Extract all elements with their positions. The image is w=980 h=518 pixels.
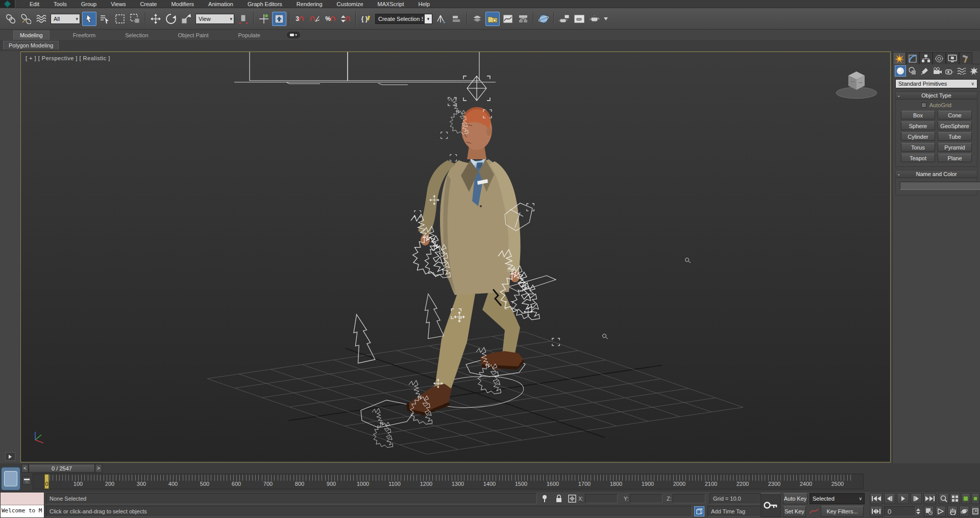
- window-crossing-button[interactable]: [128, 12, 142, 26]
- curve-editor-button[interactable]: [501, 12, 515, 26]
- menu-graph-editors[interactable]: Graph Editors: [240, 1, 289, 8]
- menu-help[interactable]: Help: [411, 1, 437, 8]
- menu-rendering[interactable]: Rendering: [289, 1, 330, 8]
- polygon-modeling-panel-tab[interactable]: Polygon Modeling: [3, 41, 59, 50]
- track-bar-filter-icon[interactable]: ↑↓: [22, 477, 31, 485]
- snaps-toggle-3d-button[interactable]: 3: [292, 12, 307, 26]
- named-selection-set-combo[interactable]: Create Selection Se▾: [375, 14, 432, 24]
- time-configuration-button[interactable]: [924, 506, 934, 517]
- ribbon-tab-populate[interactable]: Populate: [232, 31, 266, 39]
- auto-key-button[interactable]: Auto Key: [783, 493, 807, 504]
- object-type-button-geosphere[interactable]: GeoSphere: [938, 121, 972, 130]
- menu-views[interactable]: Views: [104, 1, 133, 8]
- object-type-button-sphere[interactable]: Sphere: [901, 121, 935, 130]
- menu-create[interactable]: Create: [133, 1, 164, 8]
- play-animation-button[interactable]: [897, 493, 909, 504]
- maxscript-mini-listener[interactable]: Welcome to M: [0, 492, 44, 518]
- render-flyout-arrow[interactable]: [603, 12, 609, 26]
- select-and-scale-button[interactable]: [179, 12, 193, 26]
- go-to-start-button[interactable]: [870, 493, 883, 504]
- menu-group[interactable]: Group: [74, 1, 104, 8]
- tab-create[interactable]: [893, 52, 906, 64]
- maximize-viewport-button[interactable]: [971, 506, 979, 517]
- previous-frame-slider-button[interactable]: <: [21, 464, 29, 473]
- menu-maxscript[interactable]: MAXScript: [371, 1, 411, 8]
- ribbon-minimize-button[interactable]: ▾: [287, 32, 300, 38]
- listener-macro-area[interactable]: [1, 492, 44, 505]
- category-lights[interactable]: [919, 65, 930, 77]
- ribbon-tab-modeling[interactable]: Modeling: [13, 31, 50, 40]
- perspective-viewport[interactable]: [ + ] [ Perspective ] [ Realistic ]: [20, 52, 891, 462]
- ribbon-tab-selection[interactable]: Selection: [119, 31, 154, 39]
- select-and-rotate-button[interactable]: [164, 12, 178, 26]
- ribbon-tab-object-paint[interactable]: Object Paint: [172, 31, 215, 39]
- object-type-rollout-header[interactable]: - Object Type: [896, 92, 977, 100]
- tab-utilities[interactable]: [959, 52, 972, 64]
- manage-layers-button[interactable]: [470, 12, 484, 26]
- key-mode-toggle-button[interactable]: [870, 506, 883, 517]
- next-frame-slider-button[interactable]: >: [95, 464, 102, 473]
- object-type-button-plane[interactable]: Plane: [938, 154, 972, 162]
- spinner-snap-toggle-button[interactable]: [338, 12, 353, 26]
- absolute-mode-transform-icon[interactable]: [568, 494, 577, 503]
- pan-view-button[interactable]: [947, 506, 958, 517]
- name-and-color-rollout-header[interactable]: - Name and Color: [896, 170, 977, 178]
- set-key-button[interactable]: Set Key: [783, 506, 806, 517]
- previous-frame-button[interactable]: [884, 493, 895, 504]
- object-type-button-pyramid[interactable]: Pyramid: [938, 143, 972, 152]
- select-object-button[interactable]: [82, 12, 96, 26]
- zoom-button[interactable]: [939, 493, 949, 504]
- category-space-warps[interactable]: [956, 65, 967, 77]
- select-and-move-button[interactable]: [149, 12, 163, 26]
- time-tag-field[interactable]: Add Time Tag: [707, 506, 765, 517]
- next-frame-button[interactable]: [911, 493, 922, 504]
- select-by-name-button[interactable]: [97, 12, 112, 26]
- go-to-end-button[interactable]: [923, 493, 936, 504]
- zoom-extents-button[interactable]: [961, 493, 970, 504]
- select-and-manipulate-button[interactable]: [257, 12, 271, 26]
- object-type-button-torus[interactable]: Torus: [901, 143, 935, 152]
- selection-filter-dropdown[interactable]: All▾: [51, 14, 80, 24]
- category-helpers[interactable]: [944, 65, 955, 77]
- new-key-curve-icon[interactable]: [810, 507, 819, 516]
- category-geometry[interactable]: [895, 65, 906, 77]
- orbit-button[interactable]: [959, 506, 969, 517]
- y-coordinate-field[interactable]: [630, 494, 663, 503]
- object-name-field[interactable]: [900, 182, 980, 190]
- object-type-button-box[interactable]: Box: [901, 111, 935, 119]
- render-production-button[interactable]: [587, 12, 602, 26]
- menu-edit[interactable]: Edit: [22, 1, 46, 8]
- current-frame-field[interactable]: [884, 506, 916, 516]
- schematic-view-button[interactable]: [516, 12, 530, 26]
- material-editor-button[interactable]: [536, 12, 551, 26]
- bind-to-space-warp-button[interactable]: [34, 12, 48, 26]
- keyboard-shortcut-override-button[interactable]: [272, 12, 286, 26]
- object-type-button-tube[interactable]: Tube: [938, 132, 972, 141]
- menu-animation[interactable]: Animation: [201, 1, 240, 8]
- angle-snap-toggle-button[interactable]: [308, 12, 322, 26]
- time-slider-handle[interactable]: 0 / 2547: [29, 464, 95, 473]
- object-type-button-cone[interactable]: Cone: [938, 111, 972, 119]
- menu-customize[interactable]: Customize: [330, 1, 371, 8]
- x-coordinate-field[interactable]: [585, 494, 618, 503]
- menu-modifiers[interactable]: Modifiers: [164, 1, 201, 8]
- tab-hierarchy[interactable]: [919, 52, 933, 64]
- category-systems[interactable]: [968, 65, 979, 77]
- tab-motion[interactable]: [933, 52, 946, 64]
- viewport-label[interactable]: [ + ] [ Perspective ] [ Realistic ]: [26, 55, 110, 61]
- play-selected-button[interactable]: [936, 506, 946, 517]
- zoom-all-button[interactable]: [950, 493, 960, 504]
- align-button[interactable]: [450, 12, 464, 26]
- frame-spinner[interactable]: [916, 506, 921, 516]
- key-filters-button[interactable]: Key Filters...: [821, 506, 864, 517]
- tab-display[interactable]: [946, 52, 959, 64]
- listener-output-area[interactable]: Welcome to M: [1, 505, 44, 517]
- reference-coordinate-system-dropdown[interactable]: View▾: [195, 14, 234, 24]
- open-mini-curve-editor-button[interactable]: [1, 467, 20, 490]
- render-setup-button[interactable]: [557, 12, 571, 26]
- rendered-frame-window-button[interactable]: [572, 12, 586, 26]
- object-type-button-teapot[interactable]: Teapot: [901, 154, 935, 162]
- set-keys-button[interactable]: [761, 493, 781, 517]
- unlink-selection-button[interactable]: [19, 12, 33, 26]
- percent-snap-toggle-button[interactable]: %: [323, 12, 337, 26]
